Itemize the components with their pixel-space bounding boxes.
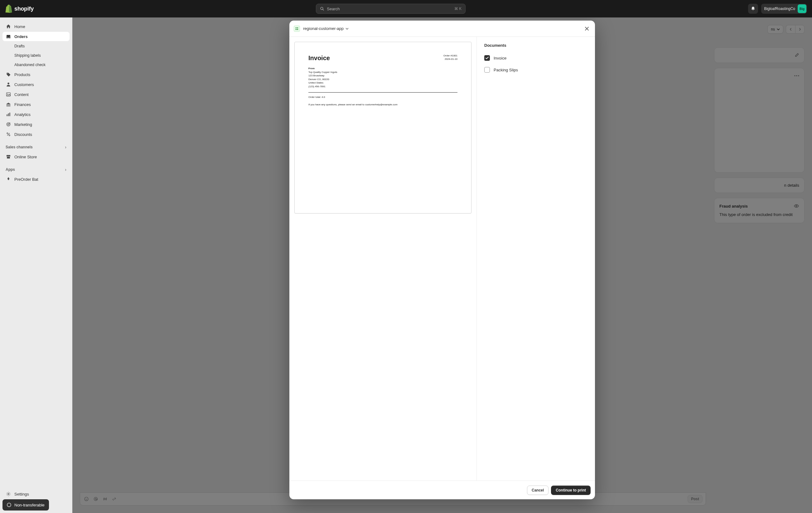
chevron-right-icon[interactable]: › [65,167,66,172]
global-search[interactable]: Search ⌘ K [316,4,466,14]
svg-point-11 [8,493,9,494]
sidebar-label: Finances [14,102,31,107]
sidebar-item-preorder-bat[interactable]: PreOrder Bat [2,175,69,184]
print-modal: regional-customer-app Invoice Order #100… [289,21,595,499]
close-icon [585,27,589,31]
sidebar-item-products[interactable]: Products [2,70,69,79]
sidebar-label: Home [14,24,25,29]
print-options-pane: Documents Invoice Packing Slips [476,37,595,481]
invoice-total-line: Order total: 4.0 [309,96,458,99]
percent-icon [6,131,11,137]
store-avatar: Big [798,4,806,13]
modal-footer: Cancel Continue to print [289,481,595,499]
invoice-help-line: If you have any questions, please send a… [309,103,458,107]
sidebar-section-sales-channels: Sales channels › [2,140,69,151]
invoice-title: Invoice [309,54,458,62]
sidebar-subitem-drafts[interactable]: Drafts [2,42,69,51]
invoice-from-phone: (123) 456-7891 [309,85,458,89]
continue-label: Continue to print [556,488,586,492]
chevron-down-icon [346,27,349,30]
invoice-order-meta: Order #1001 2024-01-10 [443,54,458,61]
documents-header: Documents [484,43,587,48]
topbar: shopify Search ⌘ K BigloafRoastingCo Big [0,0,812,18]
sidebar-label: Products [14,72,30,77]
search-placeholder: Search [327,6,452,11]
shopify-logo[interactable]: shopify [5,5,34,13]
sidebar-item-marketing[interactable]: Marketing [2,120,69,129]
sidebar-label: Drafts [14,44,25,48]
checkbox-label: Invoice [494,56,506,60]
sidebar-item-home[interactable]: Home [2,22,69,31]
sidebar-label: Online Store [14,155,37,159]
inbox-icon [6,34,11,39]
sidebar-label: Settings [14,492,29,496]
chevron-right-icon[interactable]: › [65,145,66,150]
cancel-label: Cancel [532,488,544,492]
bar-chart-icon [6,112,11,117]
modal-overlay: regional-customer-app Invoice Order #100… [72,18,812,513]
sidebar-item-discounts[interactable]: Discounts [2,130,69,139]
home-icon [6,24,11,29]
sidebar-item-analytics[interactable]: Analytics [2,110,69,119]
sidebar-item-content[interactable]: Content [2,90,69,99]
sidebar-section-label: Apps [6,168,15,172]
sidebar-subitem-abandoned-checkouts[interactable]: Abandoned check [2,60,69,69]
svg-rect-23 [297,27,298,28]
search-icon [320,6,324,11]
modal-close-button[interactable] [583,25,590,32]
invoice-preview-page: Invoice Order #1001 2024-01-10 From Top … [294,42,471,213]
toast-text: Non-transferable [14,503,45,507]
cancel-button[interactable]: Cancel [527,486,549,495]
invoice-order-date: 2024-01-10 [443,57,458,61]
bank-icon [6,101,11,107]
sidebar-label: Abandoned check [14,63,46,67]
sidebar-section-apps: Apps › [2,162,69,174]
sidebar-subitem-shipping-labels[interactable]: Shipping labels [2,51,69,60]
modal-app-name: regional-customer-app [303,26,344,31]
sidebar-item-customers[interactable]: Customers [2,80,69,89]
checkbox-invoice[interactable]: Invoice [484,53,587,63]
svg-rect-24 [296,29,296,30]
image-icon [6,92,11,97]
search-shortcut: ⌘ K [454,6,462,11]
svg-rect-4 [6,114,7,116]
main-content: ns [72,18,812,513]
sidebar-item-settings[interactable]: Settings [2,489,69,499]
modal-app-selector[interactable]: regional-customer-app [303,26,349,31]
store-menu[interactable]: BigloafRoastingCo Big [761,4,807,14]
svg-point-9 [7,133,8,134]
sidebar-item-online-store[interactable]: Online Store [2,152,69,161]
print-preview-pane: Invoice Order #1001 2024-01-10 From Top … [289,37,476,481]
invoice-divider [309,92,458,93]
svg-point-1 [7,83,9,85]
sidebar: Home Orders Drafts Shipping labels Aband… [0,18,72,513]
invoice-from-label: From [309,67,458,70]
invoice-from-country: United States [309,81,458,85]
invoice-total-value: 4.0 [321,96,325,98]
svg-rect-6 [9,113,10,116]
sidebar-section-label: Sales channels [6,145,33,149]
notifications-button[interactable] [748,4,758,14]
toast-non-transferable: Non-transferable [2,499,49,511]
puzzle-icon [6,176,11,182]
gear-icon [6,491,11,497]
sidebar-item-finances[interactable]: Finances [2,100,69,109]
svg-rect-25 [297,29,298,30]
continue-to-print-button[interactable]: Continue to print [551,486,590,495]
sidebar-label: Discounts [14,132,32,137]
person-icon [6,82,11,87]
sidebar-item-orders[interactable]: Orders [2,32,69,41]
sidebar-label: Analytics [14,112,31,117]
tag-icon [6,72,11,77]
modal-header: regional-customer-app [289,21,595,37]
checkbox-label: Packing Slips [494,68,518,72]
sidebar-label: Shipping labels [14,53,41,58]
sidebar-label: Marketing [14,122,32,127]
invoice-total-label: Order total: [309,96,321,98]
svg-point-3 [7,93,8,94]
target-icon [6,122,11,127]
invoice-from-street: 123 Broadway [309,74,458,78]
bell-icon [751,6,756,11]
checkbox-packing-slips[interactable]: Packing Slips [484,65,587,74]
sidebar-label: Customers [14,82,34,87]
